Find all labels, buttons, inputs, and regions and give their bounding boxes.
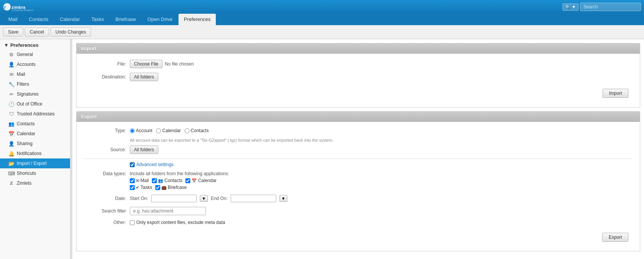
import-button[interactable]: Import bbox=[603, 89, 628, 98]
search-filter-input[interactable] bbox=[130, 207, 206, 215]
filter-icon: 🔧 bbox=[8, 81, 14, 87]
other-row: Other: Only export content files, exclud… bbox=[84, 220, 632, 225]
sidebar-item-signatures[interactable]: ✏ Signatures bbox=[0, 89, 70, 99]
sidebar-item-shortcuts[interactable]: ⌨ Shortcuts bbox=[0, 168, 70, 178]
other-control: Only export content files, exclude meta … bbox=[130, 220, 225, 225]
start-on-input[interactable] bbox=[151, 195, 197, 202]
save-button[interactable]: Save bbox=[3, 27, 23, 37]
dt-tasks-text: Tasks bbox=[140, 185, 152, 190]
export-all-folders-button[interactable]: All folders bbox=[130, 145, 158, 154]
export-panel: Export Type: Account Calendar bbox=[76, 111, 640, 251]
import-file-label: File: bbox=[84, 61, 130, 67]
choose-file-button[interactable]: Choose File bbox=[130, 60, 163, 68]
sidebar-item-import-export[interactable]: 📂 Import / Export bbox=[0, 158, 70, 168]
import-destination-control: All folders bbox=[130, 73, 158, 81]
dt-briefcase-text: Briefcase bbox=[168, 185, 187, 190]
export-button[interactable]: Export bbox=[602, 233, 628, 242]
dt-tasks-label[interactable]: ✔ Tasks bbox=[130, 185, 152, 190]
dt-briefcase-checkbox[interactable] bbox=[155, 185, 160, 190]
sidebar-item-label: Accounts bbox=[17, 62, 35, 67]
undo-changes-button[interactable]: Undo Changes bbox=[51, 27, 91, 37]
export-title: Export bbox=[81, 114, 97, 120]
divider bbox=[84, 158, 632, 159]
sidebar-item-contacts[interactable]: 👥 Contacts bbox=[0, 119, 70, 129]
main-layout: ▼ Preferences ⚙ General 👤 Accounts ✉ Mai… bbox=[0, 39, 644, 259]
import-title: Import bbox=[81, 46, 96, 51]
sidebar-item-notifications[interactable]: 🔔 Notifications bbox=[0, 149, 70, 158]
dt-mail-checkbox[interactable] bbox=[130, 178, 135, 183]
search-area: 🔍 ▼ bbox=[563, 3, 641, 11]
datatypes-checkboxes-row2: ✔ Tasks 💼 Briefcase bbox=[130, 185, 229, 190]
search-dropdown-btn[interactable]: 🔍 ▼ bbox=[563, 3, 579, 11]
sidebar-item-accounts[interactable]: 👤 Accounts bbox=[0, 59, 70, 69]
sidebar-item-filters[interactable]: 🔧 Filters bbox=[0, 79, 70, 89]
dt-mail-label[interactable]: ✉ Mail bbox=[130, 178, 149, 183]
tab-tasks[interactable]: Tasks bbox=[86, 14, 109, 25]
import-destination-row: Destination: All folders bbox=[84, 73, 632, 81]
sidebar-item-label: Notifications bbox=[17, 151, 41, 156]
tab-contacts[interactable]: Contacts bbox=[24, 14, 54, 25]
import-all-folders-button[interactable]: All folders bbox=[130, 73, 158, 81]
type-calendar-radio[interactable] bbox=[156, 128, 161, 133]
dt-calendar-label[interactable]: 📅 Calendar bbox=[185, 178, 217, 183]
sidebar-item-mail[interactable]: ✉ Mail bbox=[0, 69, 70, 79]
calendar-icon: 📅 bbox=[191, 178, 197, 183]
dt-contacts-text: Contacts bbox=[164, 178, 182, 183]
dt-contacts-checkbox[interactable] bbox=[152, 178, 157, 183]
other-check-text: Only export content files, exclude meta … bbox=[136, 220, 225, 225]
gear-icon: ⚙ bbox=[8, 51, 14, 58]
type-account-text: Account bbox=[136, 128, 152, 133]
sidebar-item-sharing[interactable]: 👤 Sharing bbox=[0, 139, 70, 149]
type-account-radio[interactable] bbox=[130, 128, 135, 133]
import-file-control: Choose File No file chosen bbox=[130, 60, 194, 68]
dt-tasks-checkbox[interactable] bbox=[130, 185, 135, 190]
type-contacts-label[interactable]: Contacts bbox=[185, 128, 209, 133]
sidebar-item-label: General bbox=[17, 52, 33, 57]
sidebar-item-trusted-addresses[interactable]: 🛡 Trusted Addresses bbox=[0, 109, 70, 119]
import-file-row: File: Choose File No file chosen bbox=[84, 60, 632, 68]
sidebar-item-label: Import / Export bbox=[17, 161, 47, 166]
sidebar-item-zimlets[interactable]: Z Zimlets bbox=[0, 178, 70, 188]
export-section-body: Type: Account Calendar Contacts bbox=[77, 122, 640, 251]
advanced-settings-label[interactable]: Advanced settings bbox=[130, 162, 174, 167]
sidebar-item-calendar[interactable]: 📅 Calendar bbox=[0, 129, 70, 139]
type-calendar-text: Calendar bbox=[162, 128, 181, 133]
other-check-label[interactable]: Only export content files, exclude meta … bbox=[130, 220, 225, 225]
sidebar-item-out-of-office[interactable]: 🕐 Out of Office bbox=[0, 99, 70, 109]
mail-icon: ✉ bbox=[136, 178, 139, 183]
sidebar-item-label: Out of Office bbox=[17, 101, 42, 107]
date-row: Date: Start On: ▼ End On: ▼ bbox=[84, 195, 632, 202]
export-source-control: All folders bbox=[130, 145, 158, 154]
search-filter-control bbox=[130, 207, 206, 215]
type-account-label[interactable]: Account bbox=[130, 128, 152, 133]
end-on-label: End On: bbox=[211, 196, 228, 201]
tasks-icon: ✔ bbox=[136, 185, 139, 190]
search-filter-row: Search filter bbox=[84, 207, 632, 215]
tab-preferences[interactable]: Preferences bbox=[179, 14, 216, 25]
type-contacts-text: Contacts bbox=[191, 128, 209, 133]
type-calendar-label[interactable]: Calendar bbox=[156, 128, 181, 133]
svg-text:z: z bbox=[4, 5, 6, 9]
dt-contacts-label[interactable]: 👥 Contacts bbox=[152, 178, 182, 183]
tab-mail[interactable]: Mail bbox=[3, 14, 23, 25]
type-contacts-radio[interactable] bbox=[185, 128, 190, 133]
nav-tabs: Mail Contacts Calendar Tasks Briefcase O… bbox=[0, 14, 644, 25]
import-panel: Import File: Choose File No file chosen … bbox=[76, 43, 640, 107]
search-input[interactable] bbox=[580, 3, 641, 11]
sidebar-item-general[interactable]: ⚙ General bbox=[0, 50, 70, 59]
other-check-checkbox[interactable] bbox=[130, 220, 135, 225]
dt-briefcase-label[interactable]: 💼 Briefcase bbox=[155, 185, 187, 190]
end-on-dropdown[interactable]: ▼ bbox=[279, 195, 287, 202]
content-area: Import File: Choose File No file chosen … bbox=[72, 39, 644, 259]
start-on-dropdown[interactable]: ▼ bbox=[200, 195, 208, 202]
cancel-button[interactable]: Cancel bbox=[25, 27, 49, 37]
import-destination-label: Destination: bbox=[84, 74, 130, 80]
sidebar-section-label: Preferences bbox=[10, 42, 38, 48]
advanced-settings-checkbox[interactable] bbox=[130, 162, 135, 167]
tab-calendar[interactable]: Calendar bbox=[54, 14, 85, 25]
svg-text:zimbra: zimbra bbox=[12, 5, 26, 10]
tab-open-drive[interactable]: Open Drive bbox=[142, 14, 178, 25]
dt-calendar-checkbox[interactable] bbox=[185, 178, 190, 183]
tab-briefcase[interactable]: Briefcase bbox=[110, 14, 141, 25]
end-on-input[interactable] bbox=[231, 195, 276, 202]
